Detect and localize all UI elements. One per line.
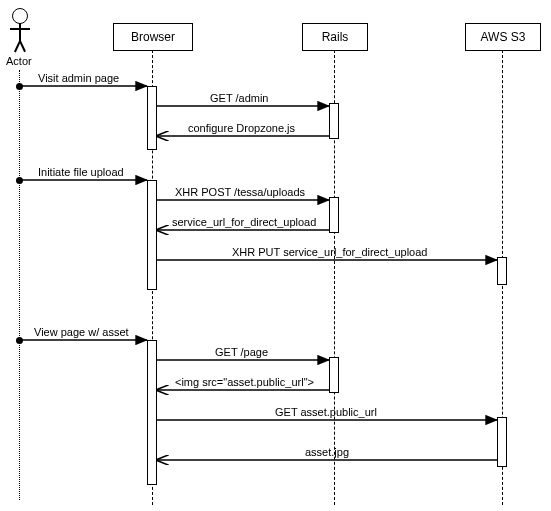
- actor-leg-right: [19, 41, 25, 53]
- message-label: Initiate file upload: [38, 166, 124, 178]
- actor-label: Actor: [6, 55, 32, 67]
- activation-s3-1: [497, 257, 507, 285]
- activation-browser-1: [147, 86, 157, 150]
- participant-rails: Rails: [302, 23, 368, 51]
- participant-browser: Browser: [113, 23, 193, 51]
- message-label: GET /page: [215, 346, 268, 358]
- participant-s3: AWS S3: [465, 23, 541, 51]
- actor-body: [19, 23, 21, 41]
- activation-rails-3: [329, 357, 339, 393]
- message-label: GET /admin: [210, 92, 269, 104]
- message-label: <img src="asset.public_url">: [175, 376, 314, 388]
- message-origin-dot: [16, 177, 23, 184]
- message-label: GET asset.public_url: [275, 406, 377, 418]
- activation-s3-2: [497, 417, 507, 467]
- message-label: View page w/ asset: [34, 326, 129, 338]
- message-label: XHR POST /tessa/uploads: [175, 186, 305, 198]
- message-label: service_url_for_direct_upload: [172, 216, 316, 228]
- message-label: configure Dropzone.js: [188, 122, 295, 134]
- activation-rails-1: [329, 103, 339, 139]
- message-origin-dot: [16, 337, 23, 344]
- participant-label: Rails: [322, 30, 349, 44]
- message-label: XHR PUT service_url_for_direct_upload: [232, 246, 427, 258]
- actor-arms: [10, 28, 30, 30]
- message-label: Visit admin page: [38, 72, 119, 84]
- message-origin-dot: [16, 83, 23, 90]
- sequence-diagram: Actor Browser Rails AWS S3: [0, 0, 551, 511]
- actor-icon: [12, 8, 28, 24]
- activation-browser-2: [147, 180, 157, 290]
- activation-browser-3: [147, 340, 157, 485]
- participant-label: AWS S3: [481, 30, 526, 44]
- lifeline-actor: [19, 70, 20, 500]
- participant-label: Browser: [131, 30, 175, 44]
- activation-rails-2: [329, 197, 339, 233]
- message-label: asset.jpg: [305, 446, 349, 458]
